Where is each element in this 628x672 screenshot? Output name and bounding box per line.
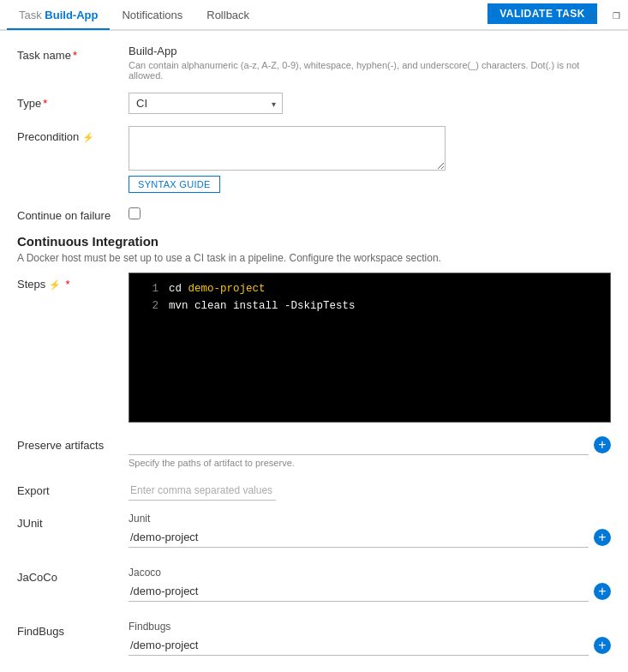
window-controls: — □ ❐ (556, 0, 628, 31)
ci-section-header: Continuous Integration A Docker host mus… (17, 234, 611, 264)
jacoco-input-row: + (129, 581, 611, 602)
preserve-artifacts-input-row: + (129, 435, 611, 455)
jacoco-input[interactable] (129, 581, 589, 602)
preserve-artifacts-hint: Specify the paths of artifact to preserv… (129, 458, 611, 468)
jacoco-field: Jacoco + (129, 567, 611, 609)
steps-code-editor[interactable]: 1 cd demo-project 2 mvn clean install -D… (129, 273, 611, 423)
steps-field: 1 cd demo-project 2 mvn clean install -D… (129, 273, 611, 423)
type-row: Type* CI Maven Gradle Ant ▾ (17, 93, 611, 114)
export-label: Export (17, 480, 129, 497)
continue-on-failure-field (129, 205, 611, 222)
precondition-link-icon[interactable]: ⚡ (82, 132, 94, 142)
findbugs-add-button[interactable]: + (594, 637, 611, 654)
findbugs-input[interactable] (129, 635, 589, 656)
tab-rollback[interactable]: Rollback (194, 2, 261, 30)
continue-on-failure-checkbox[interactable] (129, 207, 141, 219)
tab-bar: Task Build-App Notifications Rollback VA… (0, 0, 628, 31)
task-name-label: Task name* (17, 45, 129, 62)
steps-label: Steps ⚡ * (17, 273, 129, 291)
type-select-wrapper: CI Maven Gradle Ant ▾ (129, 93, 283, 114)
task-name-field: Build-App Can contain alphanumeric (a-z,… (129, 45, 611, 81)
maximize-button[interactable]: □ (580, 0, 604, 31)
preserve-artifacts-input[interactable] (129, 435, 589, 455)
type-select[interactable]: CI Maven Gradle Ant (129, 93, 283, 114)
type-label: Type* (17, 93, 129, 110)
preserve-artifacts-field: + Specify the paths of artifact to prese… (129, 435, 611, 468)
continue-on-failure-label: Continue on failure (17, 205, 129, 222)
restore-button[interactable]: ❐ (604, 0, 628, 31)
junit-field: Junit + (129, 513, 611, 555)
findbugs-field: Findbugs + (129, 621, 611, 663)
task-name-row: Task name* Build-App Can contain alphanu… (17, 45, 611, 81)
continue-on-failure-row: Continue on failure (17, 205, 611, 222)
junit-row: JUnit Junit + (17, 513, 611, 555)
precondition-field: SYNTAX GUIDE (129, 126, 611, 193)
form-content: Task name* Build-App Can contain alphanu… (0, 31, 628, 672)
junit-sublabel: Junit (129, 513, 611, 525)
findbugs-label: FindBugs (17, 621, 129, 638)
minimize-button[interactable]: — (556, 0, 580, 31)
preserve-artifacts-row: Preserve artifacts + Specify the paths o… (17, 435, 611, 468)
junit-input[interactable] (129, 527, 589, 548)
export-input[interactable] (129, 480, 276, 501)
findbugs-row: FindBugs Findbugs + (17, 621, 611, 663)
tab-notifications[interactable]: Notifications (110, 2, 194, 30)
jacoco-sublabel: Jacoco (129, 567, 611, 579)
ci-section-desc: A Docker host must be set up to use a CI… (17, 252, 611, 264)
findbugs-sublabel: Findbugs (129, 621, 611, 633)
tab-task[interactable]: Task Build-App (7, 2, 110, 30)
junit-add-button[interactable]: + (594, 529, 611, 546)
precondition-label: Precondition ⚡ (17, 126, 129, 143)
export-row: Export (17, 480, 611, 501)
code-line-2: 2 mvn clean install -DskipTests (138, 297, 601, 315)
precondition-textarea[interactable] (129, 126, 446, 171)
jacoco-add-button[interactable]: + (594, 583, 611, 600)
type-field: CI Maven Gradle Ant ▾ (129, 93, 611, 114)
ci-section-title: Continuous Integration (17, 234, 611, 249)
export-field (129, 480, 611, 501)
findbugs-input-row: + (129, 635, 611, 656)
preserve-artifacts-label: Preserve artifacts (17, 435, 129, 452)
junit-label: JUnit (17, 513, 129, 530)
preserve-artifacts-add-button[interactable]: + (594, 436, 611, 453)
tab-task-prefix: Task (19, 9, 45, 21)
steps-link-icon[interactable]: ⚡ (49, 279, 61, 290)
task-name-hint: Can contain alphanumeric (a-z, A-Z, 0-9)… (129, 60, 611, 81)
syntax-guide-button[interactable]: SYNTAX GUIDE (129, 176, 220, 193)
code-line-1: 1 cd demo-project (138, 280, 601, 297)
jacoco-label: JaCoCo (17, 567, 129, 584)
junit-input-row: + (129, 527, 611, 548)
steps-row: Steps ⚡ * 1 cd demo-project 2 mvn clean … (17, 273, 611, 423)
tab-task-name: Build-App (45, 9, 98, 21)
precondition-row: Precondition ⚡ SYNTAX GUIDE (17, 126, 611, 193)
jacoco-row: JaCoCo Jacoco + (17, 567, 611, 609)
task-name-value: Build-App (129, 45, 611, 57)
